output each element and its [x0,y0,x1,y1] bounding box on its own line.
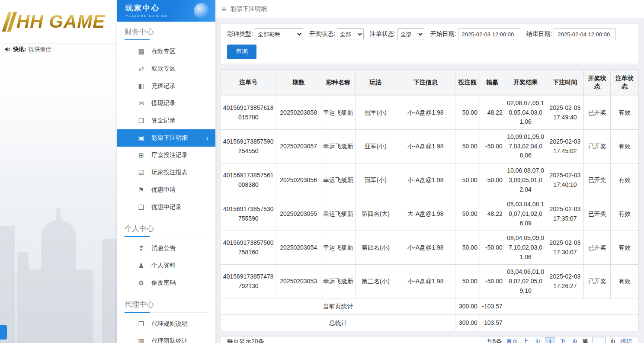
sidebar-item-withdrawal-records[interactable]: ✉提现记录 [117,95,215,112]
col-header-8: 下注时间 [546,70,584,96]
sidebar-item-deposit-zone[interactable]: ▤存款专区 [117,43,215,60]
sidebar-item-change-password[interactable]: ⚙修改密码 [117,274,215,292]
table-row: 40156917385747879213020250203053幸运飞艇新第三名… [221,265,639,298]
col-header-2: 彩种名称 [321,70,355,96]
cell-bet-time: 2025-02-03 17:49:40 [546,96,584,130]
section-title-finance: 财务中心 [125,27,208,40]
menu-finance: ▤存款专区⇄取款专区◧充值记录✉提现记录❏资金记录▣彩票下注明细›⊞厅室投注记录… [117,40,215,218]
sidebar-item-hall-bet-records[interactable]: ⊞厅室投注记录 [117,147,215,164]
cell-bet-info: 小-A盘@1.98 [396,130,455,163]
sidebar-item-label: 资金记录 [151,117,176,125]
cell-order-status: 有效 [611,231,639,265]
sidebar-item-agent-team-stats[interactable]: ▥代理团队统计 [117,333,215,343]
col-header-6: 输赢 [480,70,505,96]
cell-lottery-name: 幸运飞艇新 [321,197,355,231]
logo-bars-icon [2,12,12,32]
lottery-type-select[interactable]: 全部彩种 [255,28,303,40]
draw-status-select[interactable]: 全部 [337,28,364,40]
cell-draw-status: 已开奖 [584,231,611,265]
page-size-text: 每页显示20条 [227,338,264,343]
jump-button[interactable]: 跳转 [620,338,632,343]
cell-bet-time: 2025-02-03 17:35:07 [546,197,584,231]
cell-play-type: 冠军(小) [356,96,396,130]
cell-draw-result: 03,04,06,01,08,07,02,05,09,10 [505,265,546,298]
news-ticker: 快讯: 提供最佳 [0,43,117,55]
table-row: 40156917385750075816020250203054幸运飞艇新第四名… [221,231,639,265]
col-header-0: 注单号 [221,70,276,96]
menu-icon[interactable]: ≡ [221,5,226,13]
summary-label: 总统计 [221,315,455,331]
sidebar-item-profile[interactable]: ♟个人资料 [117,257,215,274]
table-row: 40156917385759025455020250203057幸运飞艇新亚军(… [221,130,639,163]
sidebar-item-announcements[interactable]: ❢消息公告 [117,240,215,257]
lottery-bets-icon: ▣ [138,134,145,142]
sidebar-item-label: 厅室投注记录 [151,151,188,159]
promo-records-icon: ❑ [138,203,145,211]
cell-draw-result: 08,04,05,09,07,10,02,03,01,06 [505,231,546,265]
sidebar-item-label: 取款专区 [151,65,176,73]
cell-lottery-name: 幸运飞艇新 [321,96,355,130]
announcement-icon: ❢ [138,244,145,252]
prev-page-link[interactable]: 上一页 [522,338,541,343]
current-page-indicator: 1 [545,337,555,343]
pager: 共6条 首页 上一页 1 下一页 第 页 跳转 [486,337,632,343]
cell-order-id: 401569173857530755590 [221,197,276,231]
cell-draw-status: 已开奖 [584,265,611,298]
next-page-link[interactable]: 下一页 [560,338,578,343]
agent-rules-icon: ❒ [138,320,145,328]
section-title-personal: 个人中心 [125,224,208,237]
cell-period: 20250203058 [276,96,321,130]
floating-widget[interactable] [0,325,7,340]
filter-button-row: 查询 [227,45,632,59]
recharge-records-icon: ◧ [138,82,145,90]
cell-draw-result: 05,03,04,08,10,07,01,02,06,09 [505,197,546,231]
start-date-input[interactable] [458,28,520,40]
cell-win-loss: 48.22 [480,96,505,130]
cell-play-type: 第四名(大) [356,197,396,231]
cell-bet-time: 2025-02-03 17:40:10 [546,163,584,197]
ball-decoration-icon [194,3,209,19]
pagination-bar: 每页显示20条 共6条 首页 上一页 1 下一页 第 页 跳转 [221,337,639,343]
cell-bet-amount: 50.00 [455,163,480,197]
first-page-link[interactable]: 首页 [506,338,518,343]
sidebar-item-lottery-bet-details[interactable]: ▣彩票下注明细› [117,129,215,147]
summary-bet-amount: 300.00 [455,315,480,331]
sidebar-item-promo-apply[interactable]: ⚑优惠申请 [117,181,215,199]
topbar: ≡ 彩票下注明细 [215,0,644,18]
sidebar-item-recharge-records[interactable]: ◧充值记录 [117,77,215,95]
sidebar-item-promo-apply-records[interactable]: ❑优惠申记录 [117,199,215,216]
page-jump-input[interactable] [593,337,606,343]
table-row: 40156917385756100838020250203056幸运飞艇新冠军(… [221,163,639,197]
cell-bet-info: 大-A盘@1.98 [396,197,455,231]
end-date-input[interactable] [554,28,616,40]
cell-draw-status: 已开奖 [584,197,611,231]
sidebar-item-player-bet-report[interactable]: ☑玩家投注报表 [117,164,215,181]
sidebar-nav: 财务中心▤存款专区⇄取款专区◧充值记录✉提现记录❏资金记录▣彩票下注明细›⊞厅室… [117,27,215,343]
agent-team-icon: ▥ [138,337,145,343]
total-count-text: 共6条 [486,338,502,343]
sidebar-item-label: 个人资料 [151,262,176,269]
search-button[interactable]: 查询 [227,45,256,59]
sidebar-item-withdraw-zone[interactable]: ⇄取款专区 [117,60,215,77]
sidebar-item-label: 修改密码 [151,279,176,287]
withdrawal-records-icon: ✉ [138,99,145,107]
sidebar-item-label: 提现记录 [151,99,176,107]
sidebar-item-label: 存款专区 [151,48,176,55]
start-date-label: 开始日期: [430,30,456,38]
table-row: 40156917385761801578020250203058幸运飞艇新冠军(… [221,96,639,130]
order-status-select[interactable]: 全部 [397,28,424,40]
jump-suffix-label: 页 [610,338,616,343]
cell-period: 20250203055 [276,197,321,231]
cell-order-id: 401569173857500758160 [221,231,276,265]
cell-draw-result: 10,09,01,05,07,03,02,04,08,06 [505,130,546,163]
cell-bet-info: 小-A盘@1.98 [396,265,455,298]
cell-bet-amount: 50.00 [455,265,480,298]
cell-order-status: 有效 [611,96,639,130]
draw-status-label: 开奖状态: [309,30,335,38]
sidebar-item-agent-rules[interactable]: ❒代理规则说明 [117,315,215,333]
cell-bet-amount: 50.00 [455,231,480,265]
cell-order-status: 有效 [611,130,639,163]
logo-text: HH GAME [16,11,105,32]
cell-period: 20250203056 [276,163,321,197]
sidebar-item-funds-records[interactable]: ❏资金记录 [117,112,215,129]
